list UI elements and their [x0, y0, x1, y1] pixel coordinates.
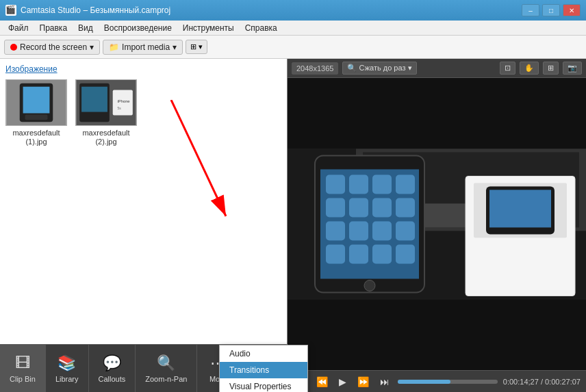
tab-callouts-label: Callouts [99, 375, 126, 383]
svg-text:5s: 5s [118, 107, 122, 110]
svg-rect-41 [489, 190, 551, 228]
preview-toolbar: 2048x1365 🔍 Сжать до раз ▾ ⊡ ✋ ⊞ 📷 [288, 59, 586, 78]
player-controls: ⏮ ⏪ ▶ ⏩ ⏭ 0:00:14;27 / 0:00:27:07 [288, 370, 586, 392]
svg-rect-23 [326, 198, 345, 218]
svg-rect-28 [349, 222, 368, 241]
play-pause-button[interactable]: ▶ [336, 375, 349, 389]
svg-text:iPhone: iPhone [118, 99, 130, 103]
record-screen-arrow-icon: ▾ [90, 42, 94, 52]
fast-forward-button[interactable]: ⏩ [355, 375, 372, 389]
library-icon: 📚 [58, 354, 76, 372]
tab-callouts[interactable]: 💬 Callouts [89, 345, 136, 392]
menu-help[interactable]: Справка [240, 22, 283, 34]
record-screen-button[interactable]: Record the screen ▾ [4, 40, 100, 55]
svg-rect-20 [349, 175, 368, 194]
thumb-label-0: maxresdefault(1).jpg [12, 129, 60, 146]
dropdown-item-transitions[interactable]: Transitions [220, 362, 307, 378]
media-item-0[interactable]: maxresdefault(1).jpg [5, 79, 67, 146]
zoom-icon: 🔍 [157, 354, 175, 372]
folder-icon: 📁 [109, 42, 119, 52]
maximize-button[interactable]: □ [542, 4, 560, 16]
minimize-button[interactable]: – [522, 4, 539, 16]
tab-zoom-n-pan[interactable]: 🔍 Zoom-n-Pan [136, 345, 197, 392]
pan-button[interactable]: ✋ [520, 62, 539, 75]
right-panel: 2048x1365 🔍 Сжать до раз ▾ ⊡ ✋ ⊞ 📷 [288, 59, 586, 392]
import-media-label: Import media [122, 42, 170, 52]
media-area: Изображение maxresdefault(1).jpg [0, 59, 287, 344]
tab-bar: 🎞 Clip Bin 📚 Library 💬 Callouts 🔍 Zoom-n… [0, 344, 287, 392]
fullscreen-button[interactable]: ⊡ [500, 62, 515, 75]
svg-rect-6 [81, 87, 107, 112]
clip-bin-icon: 🎞 [15, 354, 30, 372]
left-panel: Изображение maxresdefault(1).jpg [0, 59, 288, 392]
record-dot-icon [10, 44, 17, 51]
svg-rect-25 [372, 198, 392, 218]
more-dropdown-menu: Audio Transitions Visual Properties Curs… [219, 345, 308, 392]
import-arrow-icon: ▾ [173, 42, 177, 52]
import-media-button[interactable]: 📁 Import media ▾ [103, 40, 183, 55]
menu-edit[interactable]: Правка [34, 22, 73, 34]
svg-rect-19 [326, 175, 345, 194]
svg-rect-2 [23, 87, 50, 114]
thumb-image-0 [5, 79, 67, 126]
close-button[interactable]: ✕ [563, 4, 581, 16]
tab-clip-bin[interactable]: 🎞 Clip Bin [0, 345, 46, 392]
window-title: Camtasia Studio – Безымянный.camproj [21, 5, 522, 15]
main-layout: Изображение maxresdefault(1).jpg [0, 59, 586, 392]
svg-point-35 [364, 280, 375, 291]
svg-rect-22 [396, 175, 415, 194]
rewind-button[interactable]: ⏪ [314, 375, 331, 389]
menu-bar: Файл Правка Вид Воспроизведение Инструме… [0, 21, 586, 36]
app-icon: 🎬 [5, 5, 16, 16]
callouts-icon: 💬 [103, 354, 121, 372]
svg-rect-30 [396, 222, 415, 241]
tab-clip-bin-label: Clip Bin [10, 375, 36, 383]
zoom-dropdown[interactable]: 🔍 Сжать до раз ▾ [342, 62, 416, 75]
media-thumbnails: maxresdefault(1).jpg iPhone 5s maxre [5, 79, 281, 146]
svg-rect-26 [396, 198, 415, 218]
progress-bar[interactable] [398, 380, 498, 384]
svg-rect-27 [326, 222, 345, 241]
resolution-display: 2048x1365 [292, 62, 338, 75]
svg-rect-3 [25, 114, 48, 120]
svg-rect-24 [349, 198, 368, 218]
media-item-1[interactable]: iPhone 5s maxresdefault(2).jpg [75, 79, 137, 146]
snapshot-button[interactable]: 📷 [563, 62, 582, 75]
svg-rect-34 [396, 245, 415, 264]
window-controls: – □ ✕ [522, 4, 581, 16]
svg-rect-29 [372, 222, 392, 241]
dropdown-item-audio[interactable]: Audio [220, 345, 307, 362]
svg-rect-33 [372, 245, 392, 264]
record-screen-label: Record the screen [20, 42, 87, 52]
main-toolbar: Record the screen ▾ 📁 Import media ▾ ⊞ ▾ [0, 36, 586, 59]
time-display: 0:00:14;27 / 0:00:27:07 [503, 378, 581, 386]
progress-fill [398, 380, 450, 384]
preview-area: iPhone 5s [288, 78, 586, 370]
menu-tools[interactable]: Инструменты [177, 22, 240, 34]
dropdown-item-visual-properties[interactable]: Visual Properties [220, 378, 307, 392]
menu-play[interactable]: Воспроизведение [99, 22, 177, 34]
title-bar: 🎬 Camtasia Studio – Безымянный.camproj –… [0, 0, 586, 21]
tab-zoom-n-pan-label: Zoom-n-Pan [145, 375, 187, 383]
menu-view[interactable]: Вид [73, 22, 99, 34]
skip-forward-button[interactable]: ⏭ [377, 375, 392, 389]
fit-button[interactable]: ⊞ [543, 62, 559, 75]
svg-rect-21 [372, 175, 392, 194]
media-section-label: Изображение [5, 64, 281, 74]
extra-toolbar-button[interactable]: ⊞ ▾ [186, 40, 207, 54]
thumb-label-1: maxresdefault(2).jpg [82, 129, 129, 146]
tab-library[interactable]: 📚 Library [46, 345, 89, 392]
tab-library-label: Library [55, 375, 79, 383]
thumb-image-1: iPhone 5s [75, 79, 137, 126]
menu-file[interactable]: Файл [3, 22, 34, 34]
svg-rect-32 [349, 245, 368, 264]
svg-rect-31 [326, 245, 345, 264]
